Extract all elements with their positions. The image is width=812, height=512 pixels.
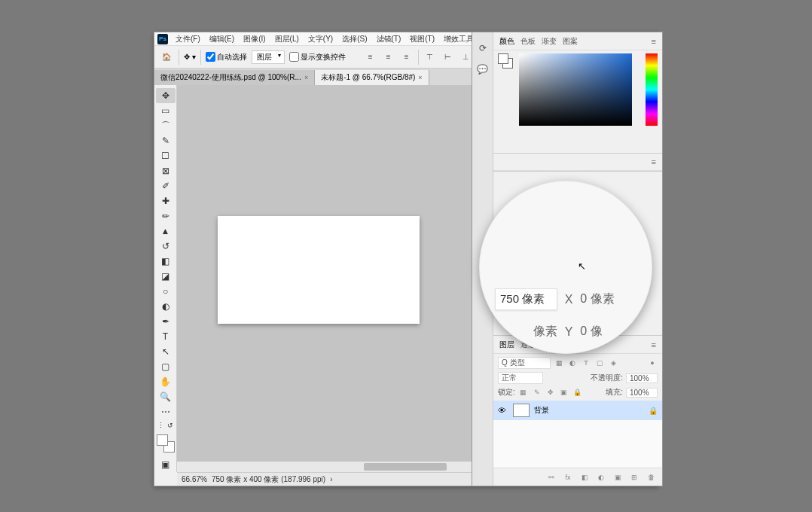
menu-file[interactable]: 文件(F) [174, 34, 202, 44]
stamp-tool[interactable]: ▲ [156, 224, 176, 239]
align-top-icon[interactable]: ⊤ [423, 50, 437, 64]
new-layer-icon[interactable]: ⊞ [629, 472, 640, 483]
layer-thumbnail[interactable] [513, 404, 530, 417]
swap-colors-icon[interactable]: ↺ [166, 420, 176, 430]
layers-tab[interactable]: 图层 [499, 340, 514, 350]
menu-select[interactable]: 选择(S) [340, 34, 368, 44]
frame-tool[interactable]: ⊠ [156, 163, 176, 178]
menu-type[interactable]: 文字(Y) [307, 34, 334, 44]
eraser-tool[interactable]: ◧ [156, 254, 176, 269]
filter-toggle-icon[interactable]: ● [647, 358, 658, 368]
crop-tool[interactable]: ☐ [156, 148, 176, 163]
document-tab-2[interactable]: 未标题-1 @ 66.7%(RGB/8#) × [315, 70, 429, 85]
lock-icon[interactable]: 🔒 [649, 407, 658, 415]
document-tab-1[interactable]: 微信20240222-使用练练.psd @ 100%(R... × [154, 70, 315, 85]
panel-menu-icon[interactable]: ≡ [652, 340, 656, 349]
chevron-right-icon[interactable]: › [330, 475, 332, 483]
trash-icon[interactable]: 🗑 [646, 472, 656, 483]
opacity-input[interactable]: 100% [626, 373, 658, 383]
tool-preset-dropdown[interactable]: ✥ ▾ [184, 53, 196, 61]
menu-filter[interactable]: 滤镜(T) [375, 34, 403, 44]
color-tab[interactable]: 颜色 [499, 36, 514, 47]
layer-style-icon[interactable]: fx [563, 472, 573, 483]
zoom-level[interactable]: 66.67% [182, 475, 207, 483]
fg-bg-swatches[interactable] [157, 434, 175, 453]
brush-tool[interactable]: ✏ [156, 209, 176, 224]
auto-select-checkbox[interactable]: 自动选择 [206, 52, 247, 62]
filter-pixel-icon[interactable]: ▦ [554, 358, 564, 368]
width-input[interactable]: 750 像素 [495, 288, 557, 310]
menu-plugins[interactable]: 增效工具 [442, 34, 475, 44]
filter-smart-icon[interactable]: ◈ [608, 358, 618, 368]
layer-filter-select[interactable]: Q 类型 [498, 357, 551, 369]
visibility-eye-icon[interactable]: 👁 [498, 406, 508, 415]
fill-input[interactable]: 100% [626, 388, 658, 398]
zoom-tool[interactable]: 🔍 [156, 389, 176, 404]
layer-row[interactable]: 👁 背景 🔒 [493, 401, 662, 420]
align-left-icon[interactable]: ≡ [364, 50, 377, 64]
lock-artboard-icon[interactable]: ▣ [559, 387, 569, 398]
panel-menu-icon[interactable]: ≡ [652, 157, 656, 166]
blend-mode-select[interactable]: 正常 [498, 372, 543, 384]
lock-all-icon[interactable]: 🔒 [572, 387, 583, 398]
layer-mask-icon[interactable]: ◧ [579, 472, 590, 483]
path-select-tool[interactable]: ↖ [156, 344, 176, 359]
lock-transparency-icon[interactable]: ▦ [518, 387, 529, 398]
panel-menu-icon[interactable]: ≡ [652, 37, 656, 46]
document-info[interactable]: 750 像素 x 400 像素 (187.996 ppi) [212, 474, 325, 485]
lock-position-icon[interactable]: ✥ [545, 387, 556, 398]
screen-mode-icon[interactable]: ▣ [156, 457, 176, 472]
adjustment-layer-icon[interactable]: ◐ [596, 472, 606, 483]
tab-close-icon[interactable]: × [418, 74, 422, 81]
canvas-document[interactable] [218, 216, 420, 324]
pen-tool[interactable]: ✒ [156, 314, 176, 329]
panel-fg-bg-swatches[interactable] [498, 53, 513, 69]
x-value[interactable]: 0 像素 [580, 288, 643, 310]
edit-toolbar-icon[interactable]: ⋮ [156, 420, 166, 430]
move-tool[interactable]: ✥ [156, 88, 176, 103]
dodge-tool[interactable]: ◐ [156, 299, 176, 314]
fg-swatch[interactable] [498, 53, 508, 64]
foreground-color-swatch[interactable] [157, 434, 168, 446]
lock-image-icon[interactable]: ✎ [532, 387, 542, 398]
blur-tool[interactable]: ○ [156, 284, 176, 299]
marquee-tool[interactable]: ▭ [156, 103, 176, 118]
quick-select-tool[interactable]: ✎ [156, 133, 176, 148]
color-field[interactable] [519, 53, 632, 126]
hue-slider[interactable] [646, 53, 658, 126]
more-tools-icon[interactable]: ⋯ [156, 404, 176, 419]
tab-close-icon[interactable]: × [304, 74, 308, 81]
hand-tool[interactable]: ✋ [156, 374, 176, 389]
comments-panel-icon[interactable]: 💬 [476, 62, 490, 76]
eyedropper-tool[interactable]: ✐ [156, 178, 176, 194]
scrollbar-thumb[interactable] [364, 463, 447, 471]
filter-type-icon[interactable]: T [581, 358, 591, 368]
filter-shape-icon[interactable]: ▢ [594, 358, 605, 368]
menu-layer[interactable]: 图层(L) [273, 34, 301, 44]
group-icon[interactable]: ▣ [612, 472, 623, 483]
gradients-tab[interactable]: 渐变 [542, 36, 557, 47]
menu-image[interactable]: 图像(I) [242, 34, 267, 44]
layer-name[interactable]: 背景 [534, 405, 549, 416]
history-panel-icon[interactable]: ⟳ [476, 41, 490, 55]
properties-panel-header: ≡ [493, 153, 662, 171]
menu-edit[interactable]: 编辑(E) [208, 34, 236, 44]
color-panel-header: 颜色 色板 渐变 图案 ≡ [493, 32, 662, 50]
menu-view[interactable]: 视图(T) [408, 34, 436, 44]
align-middle-icon[interactable]: ⊢ [441, 50, 455, 64]
gradient-tool[interactable]: ◪ [156, 269, 176, 284]
swatches-tab[interactable]: 色板 [520, 36, 536, 47]
type-tool[interactable]: T [156, 329, 176, 344]
filter-adjust-icon[interactable]: ◐ [567, 358, 578, 368]
auto-select-mode-select[interactable]: 图层 [252, 50, 285, 64]
align-right-icon[interactable]: ≡ [400, 50, 414, 64]
home-icon[interactable]: 🏠 [159, 50, 174, 65]
healing-tool[interactable]: ✚ [156, 194, 176, 209]
shape-tool[interactable]: ▢ [156, 359, 176, 374]
lasso-tool[interactable]: ⌒ [156, 118, 176, 133]
align-center-h-icon[interactable]: ≡ [382, 50, 395, 64]
show-transform-checkbox[interactable]: 显示变换控件 [289, 52, 346, 62]
link-layers-icon[interactable]: ⚯ [546, 472, 557, 483]
history-brush-tool[interactable]: ↺ [156, 239, 176, 254]
patterns-tab[interactable]: 图案 [563, 36, 578, 47]
